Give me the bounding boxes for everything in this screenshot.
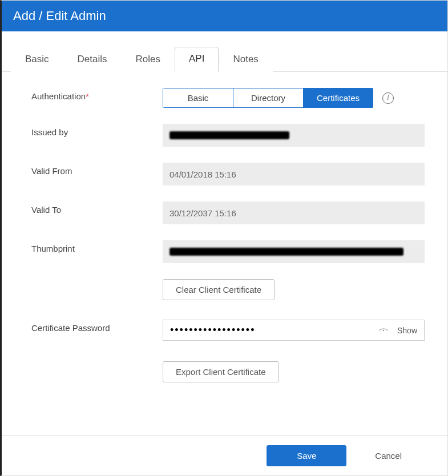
clear-cert-area: Clear Client Certificate [163,279,425,300]
label-valid-from: Valid From [31,163,163,176]
row-authentication: Authentication* Basic Directory Certific… [31,88,425,108]
row-valid-to: Valid To 30/12/2037 15:16 [31,201,425,224]
cert-password-input[interactable] [170,324,379,336]
field-valid-from: 04/01/2018 15:16 [163,163,425,185]
tab-details[interactable]: Details [63,47,122,72]
field-valid-to: 30/12/2037 15:16 [163,201,425,224]
valid-from-value: 04/01/2018 15:16 [169,170,236,179]
label-valid-to: Valid To [31,201,163,215]
valid-to-value: 30/12/2037 15:16 [169,208,236,218]
row-valid-from: Valid From 04/01/2018 15:16 [31,163,425,185]
show-password-link[interactable]: Show [397,326,417,335]
row-cert-password: Certificate Password Show [31,320,425,341]
thumbprint-value-redacted [169,248,403,256]
tab-notes[interactable]: Notes [219,47,272,72]
field-issued-by [163,124,425,147]
cancel-button[interactable]: Cancel [358,446,419,466]
dialog-header: Add / Edit Admin [2,1,447,31]
tab-api[interactable]: API [175,47,219,72]
cert-password-wrap: Show [163,320,425,341]
eye-icon[interactable] [379,326,388,335]
tab-basic[interactable]: Basic [11,47,63,72]
label-thumbprint: Thumbprint [31,240,163,253]
dialog-title: Add / Edit Admin [13,9,106,23]
dialog-footer: Save Cancel [2,435,447,475]
field-thumbprint [163,240,425,263]
export-client-certificate-button[interactable]: Export Client Certificate [163,361,279,382]
row-clear-cert: Clear Client Certificate [31,279,425,300]
save-button[interactable]: Save [267,445,346,466]
auth-option-basic[interactable]: Basic [163,88,233,108]
row-thumbprint: Thumbprint [31,240,425,263]
tab-roles[interactable]: Roles [122,47,175,72]
svg-point-0 [383,329,385,331]
form-body: Authentication* Basic Directory Certific… [2,72,447,435]
required-mark: * [86,91,89,101]
tabs: Basic Details Roles API Notes [2,46,447,72]
export-cert-area: Export Client Certificate [163,361,425,382]
label-issued-by: Issued by [31,124,163,137]
info-icon[interactable]: i [382,92,394,104]
authentication-controls: Basic Directory Certificates i [163,88,425,108]
tabs-container: Basic Details Roles API Notes [2,31,447,72]
row-issued-by: Issued by [31,124,425,147]
auth-option-directory[interactable]: Directory [233,88,303,108]
authentication-segmented: Basic Directory Certificates [163,88,373,108]
clear-client-certificate-button[interactable]: Clear Client Certificate [163,279,275,300]
issued-by-value-redacted [169,131,289,139]
auth-option-certificates[interactable]: Certificates [303,88,373,108]
label-cert-password: Certificate Password [31,320,163,333]
label-authentication: Authentication* [31,88,163,101]
admin-dialog: Add / Edit Admin Basic Details Roles API… [0,0,448,476]
row-export-cert: Export Client Certificate [31,361,425,382]
label-authentication-text: Authentication [31,91,86,101]
